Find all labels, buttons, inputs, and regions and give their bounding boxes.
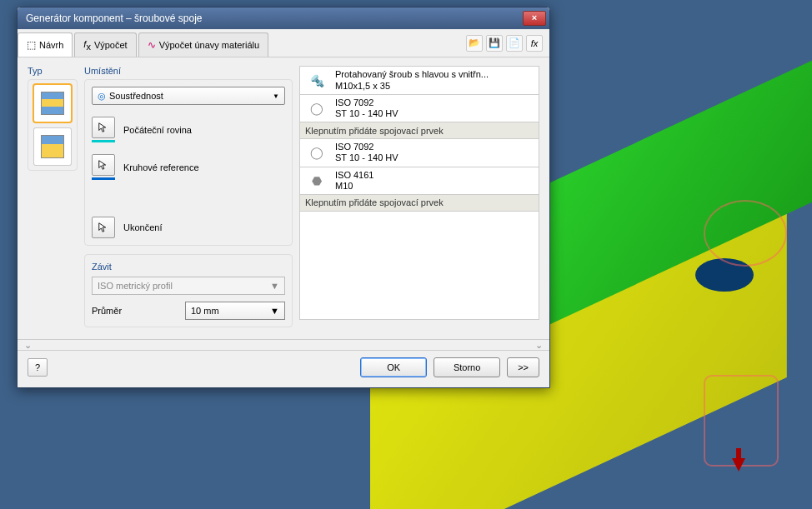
window-title: Generátor komponent – šroubové spoje (26, 12, 523, 24)
part-row-bolt[interactable]: 🔩 Protahovaný šroub s hlavou s vnitřn...… (300, 67, 539, 94)
blind-bolt-icon (41, 135, 64, 158)
placement-label: Umístění (84, 66, 293, 76)
gear-icon: 📄 (509, 37, 520, 48)
diameter-combo[interactable]: 10 mm ▼ (185, 302, 285, 320)
circular-ref-pick-button[interactable] (92, 154, 115, 176)
washer-icon: ◯ (305, 101, 328, 116)
help-button[interactable]: ? (28, 358, 48, 377)
tab-fatigue[interactable]: ∿ Výpočet únavy materiálu (138, 32, 268, 57)
dialog-window: Generátor komponent – šroubové spoje × ⬚… (17, 7, 550, 388)
save-icon: 💾 (489, 37, 500, 48)
chevron-down-icon: ▼ (270, 306, 279, 316)
tab-calc-label: Výpočet (94, 40, 128, 50)
thread-profile-combo[interactable]: ISO metrický profil ▼ (92, 277, 285, 295)
part-name: ISO 7092 (335, 97, 398, 108)
circular-ref-label: Kruhové reference (123, 162, 199, 172)
add-part-hint-label: Klepnutím přidáte spojovací prvek (305, 126, 444, 136)
type-through-button[interactable] (34, 85, 71, 122)
close-button[interactable]: × (523, 11, 546, 26)
part-spec: ST 10 - 140 HV (335, 108, 398, 119)
fx-icon: fx (531, 38, 539, 48)
expand-right-icon: ⌄ (535, 340, 543, 350)
placement-mode-combo[interactable]: ◎ Soustřednost ▼ (92, 87, 285, 105)
part-name: Protahovaný šroub s hlavou s vnitřn... (335, 69, 489, 80)
washer-icon: ◯ (305, 145, 328, 160)
cursor-icon (98, 122, 109, 133)
fatigue-icon: ∿ (148, 39, 156, 51)
more-button[interactable]: >> (507, 357, 539, 377)
open-button[interactable]: 📂 (466, 35, 483, 52)
placement-mode-value: Soustřednost (109, 91, 163, 101)
start-plane-pick-button[interactable] (92, 117, 115, 138)
through-bolt-icon (41, 92, 64, 115)
concentric-icon: ◎ (98, 91, 106, 102)
thread-group: Závit ISO metrický profil ▼ Průměr 10 mm… (84, 254, 293, 327)
design-icon: ⬚ (27, 39, 36, 51)
add-part-hint-label: Klepnutím přidáte spojovací prvek (305, 197, 444, 207)
end-pick-button[interactable] (92, 217, 115, 238)
tab-bar: ⬚ Návrh fx Výpočet ∿ Výpočet únavy mater… (18, 29, 549, 57)
tab-calc[interactable]: fx Výpočet (74, 32, 136, 57)
ok-button[interactable]: OK (360, 357, 427, 377)
placement-group: ◎ Soustřednost ▼ Počáteční rovina (84, 79, 293, 246)
tab-fatigue-label: Výpočet únavy materiálu (159, 40, 259, 50)
end-label: Ukončení (123, 222, 162, 232)
chevron-down-icon: ▼ (273, 92, 279, 100)
help-icon: ? (35, 362, 40, 372)
diameter-value: 10 mm (191, 306, 219, 316)
fx-button[interactable]: fx (526, 35, 543, 52)
part-row-washer2[interactable]: ◯ ISO 7092 ST 10 - 140 HV (300, 139, 539, 167)
chevron-down-icon: ▼ (270, 281, 279, 291)
bolt-icon: 🔩 (305, 73, 328, 88)
parts-list: 🔩 Protahovaný šroub s hlavou s vnitřn...… (299, 66, 539, 320)
calc-icon: fx (83, 38, 91, 52)
add-part-hint[interactable]: Klepnutím přidáte spojovací prvek (300, 122, 539, 139)
type-label: Typ (28, 66, 78, 76)
part-name: ISO 4161 (335, 170, 373, 181)
thread-profile-value: ISO metrický profil (98, 281, 173, 291)
diameter-label: Průměr (92, 306, 122, 316)
part-name: ISO 7092 (335, 142, 398, 152)
cursor-icon (98, 159, 109, 171)
part-row-washer[interactable]: ◯ ISO 7092 ST 10 - 140 HV (300, 95, 539, 122)
start-plane-label: Počáteční rovina (123, 125, 192, 135)
tab-design-label: Návrh (39, 40, 63, 50)
footer: ? OK Storno >> (18, 351, 549, 387)
part-row-nut[interactable]: ⬣ ISO 4161 M10 (300, 167, 539, 195)
add-part-hint-2[interactable]: Klepnutím přidáte spojovací prvek (300, 195, 539, 212)
save-button[interactable]: 💾 (486, 35, 503, 52)
cancel-button[interactable]: Storno (434, 357, 500, 377)
titlebar[interactable]: Generátor komponent – šroubové spoje × (18, 7, 549, 29)
expand-bar[interactable]: ⌄ ⌄ (18, 339, 549, 351)
part-spec: M10 (335, 181, 373, 192)
type-group (28, 79, 78, 171)
part-spec: ST 10 - 140 HV (335, 152, 398, 163)
tab-design[interactable]: ⬚ Návrh (18, 32, 73, 57)
thread-label: Závit (92, 262, 285, 272)
folder-icon: 📂 (469, 37, 480, 48)
cursor-icon (98, 222, 109, 233)
expand-left-icon: ⌄ (24, 340, 32, 350)
nut-icon: ⬣ (305, 173, 328, 188)
part-spec: M10x1,5 x 35 (335, 81, 489, 92)
options-button[interactable]: 📄 (506, 35, 523, 52)
type-blind-button[interactable] (34, 128, 71, 165)
